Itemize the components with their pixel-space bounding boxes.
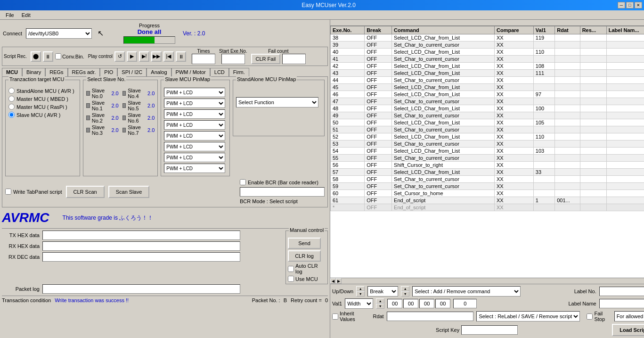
tab-pio[interactable]: PIO bbox=[100, 68, 117, 76]
port-select[interactable]: /dev/ttyUSB0 bbox=[26, 28, 92, 39]
table-row[interactable]: 61OFFEnd_of_scriptXX1001... bbox=[331, 197, 644, 204]
minimize-button[interactable]: ─ bbox=[618, 2, 625, 8]
width-select[interactable]: Width 8 16 bbox=[345, 298, 373, 309]
table-row[interactable]: 40OFFSelect_LCD_Char_from_ListXX110 bbox=[331, 49, 644, 56]
scroll-right-arrow[interactable]: ▶ bbox=[336, 278, 342, 284]
record-button[interactable]: ⬤ bbox=[31, 51, 41, 62]
hex-input-1[interactable] bbox=[387, 299, 402, 308]
send-button[interactable]: Send bbox=[288, 238, 321, 249]
times-input[interactable]: 10 bbox=[192, 54, 215, 64]
table-row[interactable]: 53OFFSet_Char_to_current_cursorXX bbox=[331, 140, 644, 148]
table-row[interactable]: 57OFFSelect_LCD_Char_from_ListXX33 bbox=[331, 169, 644, 176]
break-select[interactable]: Break OFF bbox=[367, 286, 398, 297]
table-row[interactable]: 41OFFSet_Char_to_current_cursorXX bbox=[331, 56, 644, 63]
tab-mcu[interactable]: MCU bbox=[2, 68, 22, 76]
hex-input-2[interactable] bbox=[403, 299, 418, 308]
pinmap-1-select[interactable]: PWM + LCD bbox=[164, 99, 225, 108]
relsave-select[interactable]: Select : ReLabel / SAVE / Remove script bbox=[476, 311, 580, 322]
stop-button[interactable]: ⏸ bbox=[176, 51, 186, 62]
play-button[interactable]: ↺ bbox=[114, 51, 125, 62]
table-row[interactable]: 48OFFSelect_LCD_Char_from_ListXX100 bbox=[331, 105, 644, 112]
table-row[interactable]: 47OFFSet_Char_to_current_cursorXX bbox=[331, 98, 644, 105]
pinmap-6-select[interactable]: PWM + LCD bbox=[164, 153, 225, 162]
clr-fail-button[interactable]: CLR Fail bbox=[251, 54, 281, 64]
function-select[interactable]: Select Function bbox=[236, 97, 318, 107]
pinmap-3-select[interactable]: PWM + LCD bbox=[164, 120, 225, 130]
tab-regs-adr[interactable]: REGs adr. bbox=[68, 68, 100, 76]
step-fwd-button[interactable]: ▶ bbox=[127, 51, 137, 62]
home-button[interactable]: |◀ bbox=[163, 51, 174, 62]
scroll-left-arrow[interactable]: ◀ bbox=[330, 278, 336, 284]
width-up-arrow[interactable]: ▲ bbox=[376, 298, 384, 304]
fast-fwd-button[interactable]: ▶▶ bbox=[151, 51, 162, 62]
pinmap-0-select[interactable]: PWM + LCD bbox=[164, 88, 225, 97]
zero-input[interactable] bbox=[453, 299, 477, 308]
table-row[interactable]: 54OFFSelect_LCD_Char_from_ListXX103 bbox=[331, 148, 644, 155]
menu-file[interactable]: File bbox=[2, 11, 18, 19]
tab-spi-i2c[interactable]: SPI / I2C bbox=[117, 68, 147, 76]
table-row[interactable]: 56OFFShift_Cursor_to_rightXX bbox=[331, 162, 644, 169]
table-row[interactable]: 43OFFSelect_LCD_Char_from_ListXX111 bbox=[331, 70, 644, 77]
radio-raspi-input[interactable] bbox=[8, 104, 15, 110]
pinmap-5-select[interactable]: PWM + LCD bbox=[164, 142, 225, 151]
maximize-button[interactable]: □ bbox=[626, 2, 634, 8]
fail-stop-checkbox[interactable] bbox=[587, 313, 593, 320]
down-arrow-button[interactable]: ▼ bbox=[356, 291, 365, 297]
hex-input-4[interactable] bbox=[435, 299, 450, 308]
write-tabpanel-checkbox[interactable] bbox=[5, 189, 11, 195]
radio-standalone-input[interactable] bbox=[8, 88, 15, 94]
start-exe-input[interactable]: 0 bbox=[221, 54, 245, 64]
rx-dec-input[interactable] bbox=[42, 252, 240, 262]
table-row[interactable]: 50OFFSelect_LCD_Char_from_ListXX105 bbox=[331, 119, 644, 126]
fail-count-input[interactable]: 0 bbox=[282, 54, 306, 64]
radio-mbed-input[interactable] bbox=[8, 96, 15, 102]
hex-input-3[interactable] bbox=[419, 299, 434, 308]
packet-input[interactable]: B0B049003D FF bbox=[42, 284, 240, 294]
width-down-arrow[interactable]: ▼ bbox=[376, 304, 384, 309]
close-button[interactable]: ✕ bbox=[635, 2, 642, 8]
table-row[interactable]: 52OFFSelect_LCD_Char_from_ListXX110 bbox=[331, 133, 644, 140]
step-skip-button[interactable]: ▶! bbox=[139, 51, 149, 62]
rx-hex-input[interactable]: FF bbox=[42, 241, 240, 251]
table-row[interactable]: *OFFEnd_of_scriptXX bbox=[331, 204, 644, 211]
auto-clr-checkbox[interactable] bbox=[288, 266, 294, 272]
tab-lcd[interactable]: LCD bbox=[210, 68, 229, 76]
table-row[interactable]: 51OFFSet_Char_to_current_cursorXX bbox=[331, 126, 644, 133]
conv-bin-checkbox[interactable] bbox=[55, 53, 61, 59]
table-row[interactable]: 60OFFSet_Cursor_to_homeXX bbox=[331, 190, 644, 197]
table-row[interactable]: 49OFFSet_Char_to_current_cursorXX bbox=[331, 112, 644, 119]
pinmap-2-select[interactable]: PWM + LCD bbox=[164, 109, 225, 119]
load-script-button[interactable]: Load Script bbox=[612, 324, 644, 336]
break-up-arrow[interactable]: ▲ bbox=[401, 286, 409, 291]
bcr-enable-checkbox[interactable] bbox=[240, 179, 246, 185]
clr-scan-button[interactable]: CLR Scan bbox=[66, 186, 105, 198]
table-row[interactable]: 58OFFSet_Char_to_current_cursorXX bbox=[331, 176, 644, 183]
pause-button[interactable]: ⏸ bbox=[43, 51, 53, 62]
label-name-input[interactable] bbox=[599, 299, 644, 308]
rdat-input[interactable] bbox=[387, 312, 474, 321]
tab-binary[interactable]: Binary bbox=[22, 68, 45, 76]
for-allowed-select[interactable]: For allowed bbox=[614, 311, 644, 322]
table-row[interactable]: 59OFFSet_Char_to_current_cursorXX bbox=[331, 183, 644, 190]
script-key-input[interactable] bbox=[461, 325, 518, 335]
tab-pwm-motor[interactable]: PWM / Motor bbox=[171, 68, 210, 76]
label-no-input[interactable] bbox=[599, 287, 644, 296]
pinmap-4-select[interactable]: PWM + LCD bbox=[164, 131, 225, 140]
table-row[interactable]: 55OFFSet_Char_to_current_cursorXX bbox=[331, 155, 644, 162]
inherit-values-checkbox[interactable] bbox=[332, 313, 338, 320]
bcr-input[interactable] bbox=[240, 187, 325, 197]
tab-regs[interactable]: REGs bbox=[45, 68, 67, 76]
table-row[interactable]: 38OFFSelect_LCD_Char_from_ListXX119 bbox=[331, 34, 644, 41]
menu-edit[interactable]: Edit bbox=[18, 11, 34, 19]
table-row[interactable]: 45OFFSelect_LCD_Char_from_ListXX bbox=[331, 84, 644, 91]
clr-log-button[interactable]: CLR log bbox=[288, 250, 321, 262]
radio-slave-input[interactable] bbox=[8, 112, 15, 118]
table-container[interactable]: Exe.No. Break Command Compare Val1 Rdat … bbox=[330, 26, 644, 278]
tx-input[interactable]: B0B04900 bbox=[42, 231, 240, 240]
up-arrow-button[interactable]: ▲ bbox=[356, 286, 365, 291]
use-mcu-checkbox[interactable] bbox=[288, 276, 294, 282]
tab-analog[interactable]: Analog bbox=[147, 68, 171, 76]
table-row[interactable]: 42OFFSelect_LCD_Char_from_ListXX108 bbox=[331, 63, 644, 70]
scan-slave-button[interactable]: Scan Slave bbox=[108, 186, 150, 198]
break-down-arrow[interactable]: ▼ bbox=[401, 291, 409, 297]
